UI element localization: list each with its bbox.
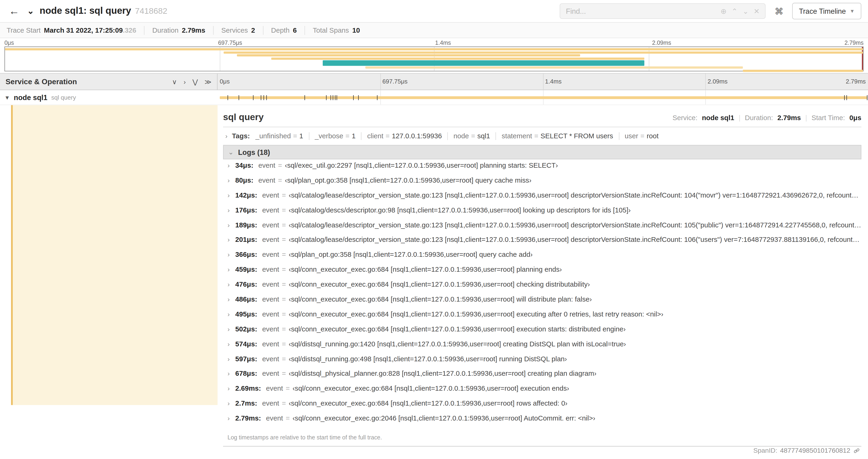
log-equals: = [279, 325, 289, 333]
log-event-tick [377, 95, 377, 100]
prev-match-chevron-up-icon[interactable]: ⌃ [732, 7, 738, 15]
duration-value: 2.79ms [182, 26, 205, 34]
log-field-key: event [262, 236, 279, 244]
log-field-key: event [262, 370, 279, 378]
log-event-tick [844, 95, 845, 100]
services-value: 2 [251, 26, 255, 34]
log-equals: = [275, 162, 285, 169]
expand-one-chevron-right-icon[interactable]: › [184, 78, 186, 85]
log-message: ‹sql/distsql_physical_planner.go:828 [ns… [289, 370, 596, 378]
span-bar[interactable] [220, 96, 868, 99]
minimap-canvas[interactable] [4, 46, 864, 71]
log-event-tick [253, 95, 253, 100]
logs-title: Logs (18) [238, 148, 270, 157]
detail-header: sql query Service:node sql1 | Duration:2… [223, 112, 861, 127]
span-row-timeline[interactable] [217, 90, 868, 105]
find-input[interactable] [566, 7, 715, 15]
log-timestamp: 495μs: [235, 310, 257, 318]
tag-pair: user=root [619, 132, 664, 140]
keyboard-shortcuts-command-key-icon[interactable]: ⌘ [771, 6, 786, 16]
span-row-left: ▼ node sql1 sql query [0, 90, 217, 105]
log-equals: = [283, 415, 292, 422]
depth-item: Depth 6 [263, 26, 305, 35]
log-event-tick [333, 95, 333, 100]
span-id-row: SpanID: 4877749850101760812 [223, 447, 861, 454]
log-event-tick [326, 95, 327, 100]
log-row[interactable]: ›2.69ms:event=‹sql/conn_executor_exec.go… [223, 385, 861, 400]
log-event-tick [336, 95, 337, 100]
log-timestamp: 2.7ms: [235, 399, 257, 407]
detail-left-column [0, 105, 217, 405]
expand-all-icon[interactable]: ≫ [205, 78, 211, 85]
meta-separator: | [805, 114, 807, 122]
tag-key: client [367, 132, 383, 140]
log-field-key: event [266, 415, 283, 422]
span-id-label: SpanID: [753, 447, 777, 454]
tag-equals: = [532, 132, 540, 140]
log-row[interactable]: ›459μs:event=‹sql/conn_executor_exec.go:… [223, 266, 861, 281]
chevron-right-icon: › [227, 340, 235, 348]
log-row[interactable]: ›176μs:event=‹sql/catalog/descs/descript… [223, 206, 861, 221]
log-message: ‹sql/catalog/lease/descriptor_version_st… [289, 191, 861, 199]
tag-pair: statement=SELECT * FROM users [496, 132, 619, 140]
log-row[interactable]: ›189μs:event=‹sql/catalog/lease/descript… [223, 221, 861, 236]
trace-collapse-chevron-down-icon[interactable]: ⌄ [27, 6, 34, 16]
timeline-left-header: Service & Operation ∨ › ⋁ ≫ [0, 74, 217, 90]
log-field-key: event [266, 385, 283, 393]
span-collapse-chevron-down-icon[interactable]: ▼ [4, 94, 10, 100]
log-message: ‹sql/conn_executor_exec.go:684 [nsql1,cl… [289, 325, 626, 333]
log-message: ‹sql/conn_executor_exec.go:684 [nsql1,cl… [289, 310, 663, 318]
log-row[interactable]: ›2.79ms:event=‹sql/conn_executor_exec.go… [223, 415, 861, 429]
log-row[interactable]: ›574μs:event=‹sql/distsql_running.go:142… [223, 340, 861, 355]
log-row[interactable]: ›495μs:event=‹sql/conn_executor_exec.go:… [223, 310, 861, 325]
log-event-tick [264, 95, 264, 100]
logs-accordion-toggle[interactable]: ⌄ Logs (18) [223, 145, 861, 160]
chevron-right-icon: › [227, 266, 235, 273]
back-arrow-icon[interactable]: ← [6, 5, 22, 17]
total-spans-value: 10 [352, 26, 360, 34]
log-timestamp: 34μs: [235, 162, 253, 169]
log-row[interactable]: ›142μs:event=‹sql/catalog/lease/descript… [223, 191, 861, 206]
tags-accordion-toggle[interactable]: › Tags: _unfinished=1_verbose=1client=12… [223, 127, 861, 145]
chevron-right-icon: › [227, 281, 235, 288]
log-row[interactable]: ›476μs:event=‹sql/conn_executor_exec.go:… [223, 281, 861, 296]
tag-value: sql1 [477, 132, 490, 140]
log-row[interactable]: ›597μs:event=‹sql/distsql_running.go:498… [223, 355, 861, 370]
trace-id: 7418682 [135, 6, 167, 15]
chevron-right-icon: › [227, 399, 235, 407]
log-row[interactable]: ›486μs:event=‹sql/conn_executor_exec.go:… [223, 296, 861, 310]
chevron-right-icon: › [227, 310, 235, 318]
duration-label: Duration [152, 26, 179, 34]
collapse-all-icon[interactable]: ⋁ [192, 78, 198, 85]
log-row[interactable]: ›502μs:event=‹sql/conn_executor_exec.go:… [223, 325, 861, 340]
log-equals: = [279, 340, 289, 348]
trace-timeline-dropdown[interactable]: Trace Timeline ▼ [793, 3, 862, 19]
copy-link-icon[interactable] [853, 447, 860, 454]
log-timestamp: 80μs: [235, 176, 253, 184]
timeline-tick-label: 0μs [220, 78, 230, 85]
log-field-key: event [262, 266, 279, 273]
timeline-gridline [543, 74, 543, 90]
log-row[interactable]: ›366μs:event=‹sql/plan_opt.go:358 [nsql1… [223, 251, 861, 266]
focus-icon[interactable]: ⊕ [720, 7, 726, 15]
log-equals: = [275, 176, 285, 184]
log-message: ‹sql/conn_executor_exec.go:684 [nsql1,cl… [292, 385, 569, 393]
clear-find-close-icon[interactable]: ✕ [754, 7, 760, 15]
service-value: node sql1 [702, 114, 734, 122]
log-row[interactable]: ›201μs:event=‹sql/catalog/lease/descript… [223, 236, 861, 251]
log-row[interactable]: ›34μs:event=‹sql/exec_util.go:2297 [nsql… [223, 162, 861, 176]
tag-key: node [454, 132, 469, 140]
log-event-tick [359, 95, 359, 100]
next-match-chevron-down-icon[interactable]: ⌄ [743, 7, 749, 15]
log-event-tick [267, 95, 267, 100]
log-row[interactable]: ›2.7ms:event=‹sql/conn_executor_exec.go:… [223, 399, 861, 415]
collapse-one-chevron-down-icon[interactable]: ∨ [172, 78, 177, 85]
log-equals: = [279, 370, 289, 378]
chevron-right-icon: › [227, 206, 235, 214]
log-row[interactable]: ›678μs:event=‹sql/distsql_physical_plann… [223, 370, 861, 385]
tags-label: Tags: [232, 132, 250, 140]
log-row[interactable]: ›80μs:event=‹sql/plan_opt.go:358 [nsql1,… [223, 176, 861, 192]
tag-pair: _verbose=1 [309, 132, 361, 140]
minimap-scrubber-right[interactable] [862, 47, 863, 71]
span-row[interactable]: ▼ node sql1 sql query [0, 90, 868, 105]
